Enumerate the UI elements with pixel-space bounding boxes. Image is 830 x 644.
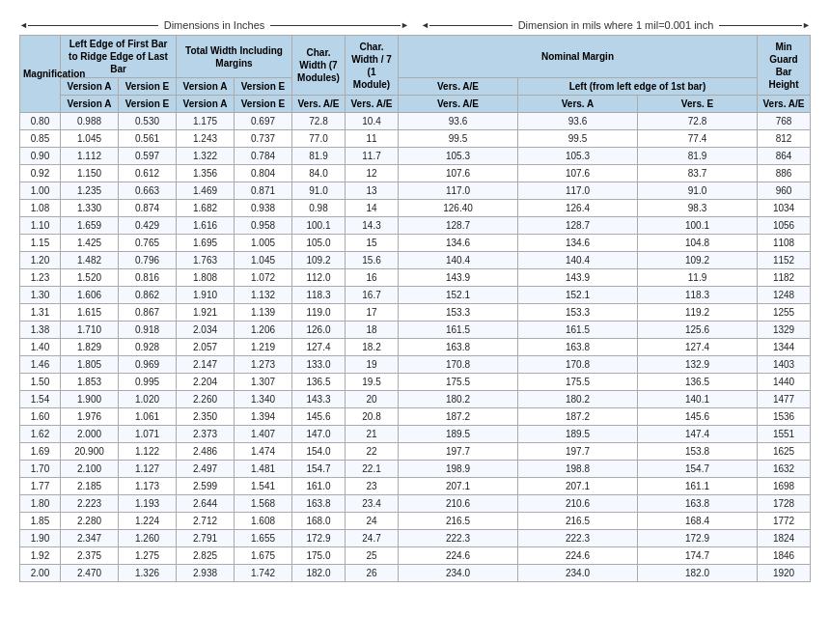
table-cell: 154.7 — [638, 461, 758, 478]
table-cell: 216.5 — [399, 513, 518, 530]
table-cell: 1.330 — [61, 200, 119, 217]
table-cell: 1.710 — [61, 322, 119, 339]
table-cell: 161.5 — [518, 322, 638, 339]
table-cell: 1255 — [758, 304, 811, 322]
ver-a-header-1: Version A — [61, 78, 119, 96]
table-cell: 1.072 — [235, 269, 292, 287]
table-cell: 2.185 — [61, 478, 119, 495]
table-cell: 197.7 — [399, 443, 518, 461]
table-cell: 1.808 — [177, 269, 235, 287]
table-cell: 1.127 — [119, 461, 177, 478]
table-cell: 1.206 — [235, 322, 292, 339]
table-cell: 2.938 — [177, 565, 235, 582]
table-cell: 1.615 — [61, 304, 119, 322]
nominal-margin-header: Nominal Margin — [399, 36, 758, 78]
table-cell: 91.0 — [292, 182, 346, 200]
table-cell: 0.938 — [235, 200, 292, 217]
table-cell: 1.829 — [61, 339, 119, 356]
table-cell: 99.5 — [399, 130, 518, 148]
table-cell: 147.0 — [292, 426, 346, 443]
table-cell: 1.481 — [235, 461, 292, 478]
table-cell: 163.8 — [399, 339, 518, 356]
table-cell: 189.5 — [399, 426, 518, 443]
table-cell: 216.5 — [518, 513, 638, 530]
table-cell: 24.7 — [346, 530, 399, 547]
table-cell: 100.1 — [638, 217, 758, 235]
table-row: 1.852.2801.2242.7121.608168.024216.5216.… — [20, 513, 811, 530]
table-cell: 1.132 — [235, 287, 292, 304]
col7-ve: Vers. A/E — [758, 96, 811, 113]
table-cell: 0.816 — [119, 269, 177, 287]
table-cell: 0.928 — [119, 339, 177, 356]
table-cell: 11 — [346, 130, 399, 148]
table-cell: 234.0 — [399, 565, 518, 582]
table-cell: 72.8 — [292, 113, 346, 130]
table-cell: 886 — [758, 165, 811, 182]
table-cell: 1.675 — [235, 547, 292, 565]
table-cell: 172.9 — [638, 530, 758, 547]
table-cell: 20 — [346, 391, 399, 408]
table-cell: 2.373 — [177, 426, 235, 443]
table-cell: 1.219 — [235, 339, 292, 356]
table-cell: 1698 — [758, 478, 811, 495]
table-cell: 207.1 — [399, 478, 518, 495]
table-cell: 1.112 — [61, 148, 119, 165]
table-cell: 1.520 — [61, 269, 119, 287]
table-cell: 1.46 — [20, 356, 61, 374]
table-cell: 1.23 — [20, 269, 61, 287]
table-cell: 1772 — [758, 513, 811, 530]
table-cell: 24 — [346, 513, 399, 530]
nm-left-header: Left (from left edge of 1st bar) — [518, 78, 758, 96]
table-cell: 1477 — [758, 391, 811, 408]
table-cell: 1.235 — [61, 182, 119, 200]
table-cell: 1.071 — [119, 426, 177, 443]
table-cell: 14.3 — [346, 217, 399, 235]
table-cell: 175.5 — [518, 374, 638, 391]
table-cell: 1.40 — [20, 339, 61, 356]
table-row: 1.081.3300.8741.6820.9380.9814126.40126.… — [20, 200, 811, 217]
table-cell: 93.6 — [518, 113, 638, 130]
table-cell: 12 — [346, 165, 399, 182]
table-cell: 23.4 — [346, 495, 399, 513]
table-cell: 161.5 — [399, 322, 518, 339]
table-cell: 0.90 — [20, 148, 61, 165]
table-cell: 2.644 — [177, 495, 235, 513]
table-cell: 1.659 — [61, 217, 119, 235]
table-cell: 768 — [758, 113, 811, 130]
table-cell: 0.988 — [61, 113, 119, 130]
table-cell: 126.0 — [292, 322, 346, 339]
table-cell: 1.62 — [20, 426, 61, 443]
table-cell: 2.147 — [177, 356, 235, 374]
min-guard-header: Min Guard Bar Height — [758, 36, 811, 96]
table-cell: 23 — [346, 478, 399, 495]
table-row: 2.002.4701.3262.9381.742182.026234.0234.… — [20, 565, 811, 582]
table-cell: 161.1 — [638, 478, 758, 495]
table-cell: 1.175 — [177, 113, 235, 130]
table-cell: 2.223 — [61, 495, 119, 513]
table-cell: 1632 — [758, 461, 811, 478]
table-cell: 1728 — [758, 495, 811, 513]
table-cell: 118.3 — [292, 287, 346, 304]
table-cell: 210.6 — [518, 495, 638, 513]
table-cell: 2.712 — [177, 513, 235, 530]
table-cell: 1.606 — [61, 287, 119, 304]
table-row: 1.501.8530.9952.2041.307136.519.5175.517… — [20, 374, 811, 391]
table-cell: 210.6 — [399, 495, 518, 513]
table-cell: 2.347 — [61, 530, 119, 547]
table-cell: 1.31 — [20, 304, 61, 322]
table-cell: 1625 — [758, 443, 811, 461]
header-row-1: Magnification Left Edge of First Bar to … — [20, 36, 811, 78]
table-cell: 1.568 — [235, 495, 292, 513]
table-cell: 1.900 — [61, 391, 119, 408]
table-cell: 14 — [346, 200, 399, 217]
table-cell: 136.5 — [292, 374, 346, 391]
table-cell: 117.0 — [399, 182, 518, 200]
table-cell: 1536 — [758, 408, 811, 426]
table-cell: 1.407 — [235, 426, 292, 443]
table-cell: 0.862 — [119, 287, 177, 304]
table-cell: 172.9 — [292, 530, 346, 547]
table-cell: 2.497 — [177, 461, 235, 478]
table-cell: 134.6 — [518, 235, 638, 252]
table-cell: 0.561 — [119, 130, 177, 148]
table-cell: 187.2 — [518, 408, 638, 426]
